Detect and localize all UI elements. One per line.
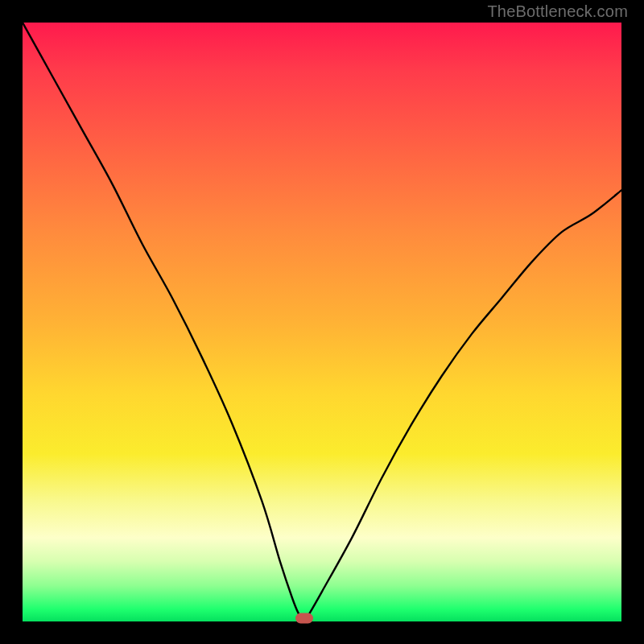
minimum-marker <box>295 613 313 624</box>
chart-frame: TheBottleneck.com <box>0 0 644 644</box>
bottleneck-curve <box>23 23 621 621</box>
watermark-text: TheBottleneck.com <box>487 2 628 21</box>
plot-area <box>23 23 621 621</box>
